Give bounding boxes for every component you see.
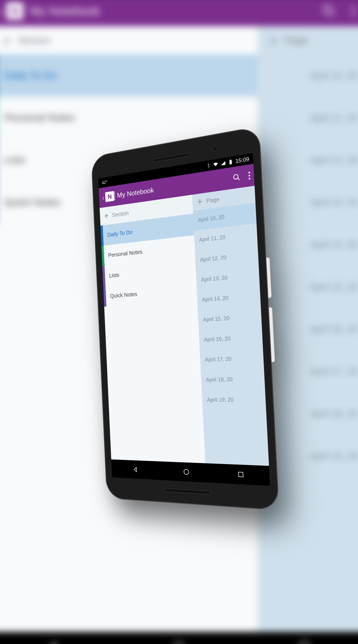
notebook-title: My Notebook	[117, 186, 154, 199]
page-item[interactable]: April 15, 20	[198, 306, 262, 330]
svg-point-11	[184, 469, 189, 475]
page-label: April 17, 20	[205, 356, 232, 363]
svg-point-5	[175, 642, 183, 644]
page-item[interactable]: April 18, 20	[201, 368, 265, 390]
page-item[interactable]: April 16, 20	[199, 327, 263, 350]
bg-app-title: My Notebook	[30, 4, 100, 18]
bg-search-icon	[322, 4, 336, 18]
page-label: April 11, 20	[199, 234, 226, 243]
svg-point-2	[352, 6, 355, 8]
nav-home-button[interactable]	[183, 468, 190, 476]
svg-line-1	[331, 13, 334, 16]
sections-column: + Section Daily To DoPersonal NotesLists…	[100, 195, 205, 463]
overflow-menu-button[interactable]	[248, 172, 251, 180]
page-label: April 12, 20	[200, 254, 226, 263]
status-time: 15:09	[235, 156, 249, 164]
page-label: April 10, 20	[198, 214, 225, 224]
page-label: April 19, 20	[207, 396, 234, 403]
bg-back-icon: ‹	[0, 3, 2, 18]
page-item[interactable]: April 19, 20	[202, 389, 266, 410]
plus-icon: +	[197, 196, 203, 208]
svg-point-4	[352, 14, 355, 16]
phone-mockup: 42° 15:09 ‹ N My Notebook	[87, 141, 271, 503]
svg-point-3	[352, 10, 355, 12]
phone-screen: 42° 15:09 ‹ N My Notebook	[98, 153, 270, 486]
bg-more-icon	[346, 4, 358, 18]
search-button[interactable]	[232, 173, 240, 182]
svg-rect-8	[230, 160, 231, 160]
section-label: Quick Notes	[110, 290, 137, 299]
add-section-label: Section	[112, 210, 129, 218]
section-label: Lists	[109, 272, 120, 279]
bg-nav-recent-icon	[298, 640, 311, 644]
back-button[interactable]: ‹	[102, 193, 104, 202]
add-page-label: Page	[206, 196, 219, 204]
nav-recent-button[interactable]	[237, 470, 245, 478]
page-label: April 14, 20	[202, 295, 229, 303]
page-label: April 15, 20	[203, 315, 230, 323]
plus-icon: +	[104, 211, 109, 222]
nav-back-button[interactable]	[132, 466, 139, 474]
bg-nav-back-icon	[47, 640, 60, 644]
page-label: April 16, 20	[204, 336, 231, 343]
svg-rect-6	[300, 642, 308, 644]
page-label: April 13, 20	[201, 274, 228, 283]
section-label: Daily To Do	[107, 228, 133, 238]
bluetooth-icon	[206, 162, 211, 169]
page-item[interactable]: April 17, 20	[200, 348, 264, 370]
wifi-icon	[213, 161, 218, 168]
page-label: April 18, 20	[206, 376, 233, 383]
svg-line-10	[238, 178, 240, 180]
signal-icon	[220, 160, 226, 166]
svg-point-0	[323, 6, 332, 14]
section-label: Personal Notes	[108, 248, 143, 258]
svg-rect-12	[238, 472, 243, 477]
svg-rect-7	[229, 160, 232, 164]
bg-nav-home-icon	[173, 640, 186, 644]
bg-app-logo: N	[6, 2, 23, 20]
battery-icon	[228, 159, 233, 165]
onenote-logo-icon: N	[105, 191, 114, 202]
